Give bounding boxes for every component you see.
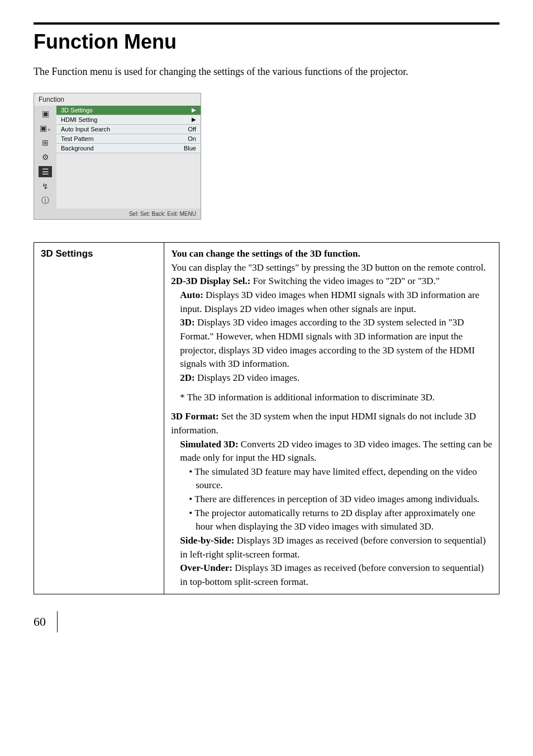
3d-text: Displays 3D video images according to th…	[180, 317, 475, 369]
simulated-block: Simulated 3D: Converts 2D video images t…	[180, 438, 492, 465]
screen-icon: ⊞	[39, 137, 52, 148]
menu-row-value: Off	[188, 126, 196, 133]
2d-block: 2D: Displays 2D video images.	[180, 371, 492, 385]
menu-icon-column: ▣ ▣₊ ⊞ ⚙ ☰ ↯ ⓘ	[34, 106, 56, 209]
bullet-3: • The projector automatically returns to…	[189, 507, 492, 534]
setting-content-cell: You can change the settings of the 3D fu…	[164, 243, 499, 594]
disp-sel-label: 2D-3D Display Sel.:	[171, 276, 250, 286]
setup-icon: ⚙	[39, 152, 52, 163]
menu-row-label: 3D Settings	[61, 107, 93, 114]
intro-line: You can display the "3D settings" by pre…	[171, 261, 492, 275]
menu-row-background: Background Blue	[56, 144, 201, 153]
setting-label-cell: 3D Settings	[34, 243, 164, 594]
table-row: 3D Settings You can change the settings …	[34, 243, 499, 594]
page-number: 60	[34, 611, 58, 632]
3d-label: 3D:	[180, 317, 194, 328]
function-icon: ☰	[39, 166, 52, 177]
ou-label: Over-Under:	[180, 563, 232, 573]
bullet-2: • There are differences in perception of…	[189, 493, 492, 507]
menu-rows: 3D Settings ▶ HDMI Setting ▶ Auto Input …	[56, 106, 201, 209]
simulated-label: Simulated 3D:	[180, 439, 238, 450]
auto-block: Auto: Displays 3D video images when HDMI…	[180, 289, 492, 316]
settings-table: 3D Settings You can change the settings …	[34, 242, 499, 594]
advanced-picture-icon: ▣₊	[39, 122, 52, 134]
disp-sel-text: For Switching the video images to "2D" o…	[250, 276, 439, 286]
auto-text: Displays 3D video images when HDMI signa…	[180, 290, 479, 314]
menu-row-value: On	[188, 135, 196, 142]
asterisk-note: * The 3D information is additional infor…	[180, 391, 492, 405]
page-title: Function Menu	[34, 30, 499, 54]
auto-label: Auto:	[180, 290, 203, 300]
2d-text: Displays 2D video images.	[195, 372, 299, 383]
menu-row-label: Auto Input Search	[61, 126, 110, 133]
picture-icon: ▣	[39, 108, 52, 119]
arrow-icon: ▶	[192, 116, 196, 123]
intro-text: The Function menu is used for changing t…	[34, 65, 499, 79]
menu-body: ▣ ▣₊ ⊞ ⚙ ☰ ↯ ⓘ 3D Settings ▶ HDMI Settin…	[34, 106, 201, 209]
menu-row-auto-input: Auto Input Search Off	[56, 125, 201, 134]
menu-footer-hints: Sel: Set: Back: Exit: MENU	[34, 209, 201, 219]
arrow-icon: ▶	[192, 107, 196, 114]
ou-block: Over-Under: Displays 3D images as receiv…	[180, 561, 492, 589]
section-head: You can change the settings of the 3D fu…	[171, 247, 492, 261]
sbs-label: Side-by-Side:	[180, 535, 234, 546]
menu-row-test-pattern: Test Pattern On	[56, 134, 201, 144]
menu-row-hdmi-setting: HDMI Setting ▶	[56, 115, 201, 125]
sbs-block: Side-by-Side: Displays 3D images as rece…	[180, 534, 492, 561]
information-icon: ⓘ	[39, 195, 52, 206]
menu-title: Function	[34, 93, 201, 106]
menu-row-label: HDMI Setting	[61, 116, 97, 123]
menu-row-label: Background	[61, 145, 94, 152]
menu-screenshot: Function ▣ ▣₊ ⊞ ⚙ ☰ ↯ ⓘ 3D Settings ▶ HD…	[34, 93, 201, 220]
3d-block: 3D: Displays 3D video images according t…	[180, 316, 492, 371]
menu-row-3d-settings: 3D Settings ▶	[56, 106, 201, 115]
menu-row-label: Test Pattern	[61, 135, 94, 142]
disp-sel-block: 2D-3D Display Sel.: For Switching the vi…	[171, 275, 492, 289]
menu-row-value: Blue	[184, 145, 196, 152]
format-label: 3D Format:	[171, 411, 218, 422]
format-block: 3D Format: Set the 3D system when the in…	[171, 410, 492, 437]
top-rule	[34, 22, 499, 25]
installation-icon: ↯	[39, 181, 52, 192]
2d-label: 2D:	[180, 372, 194, 383]
bullet-1: • The simulated 3D feature may have limi…	[189, 465, 492, 493]
